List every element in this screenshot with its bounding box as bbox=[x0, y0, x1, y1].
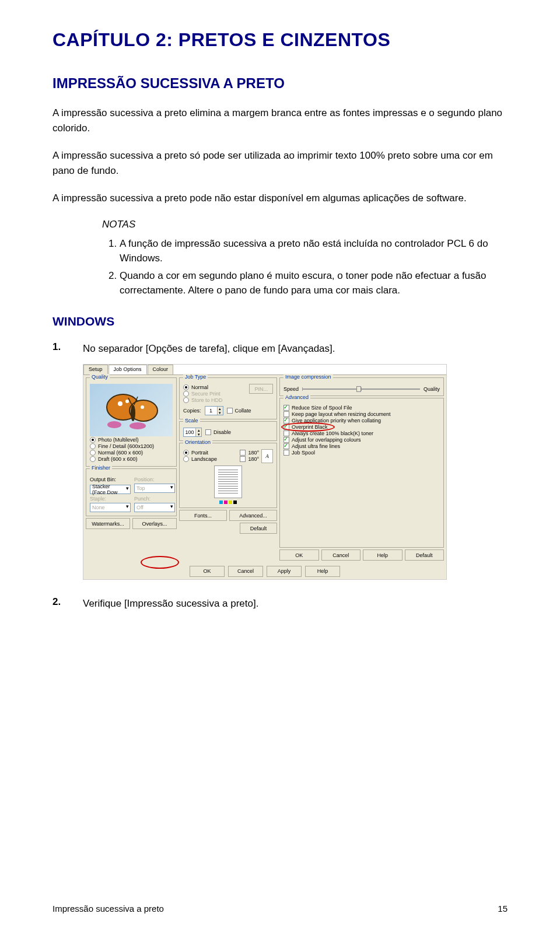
output-bin-select[interactable]: Stacker (Face Dow bbox=[90, 485, 131, 494]
group-finisher-title: Finisher bbox=[90, 465, 112, 471]
radio-jobtype-normal[interactable]: Normal bbox=[183, 384, 246, 390]
chk-overprint-black[interactable]: Overprint Black bbox=[284, 424, 440, 430]
landscape-180-checkbox[interactable]: 180° bbox=[240, 456, 259, 462]
radio-landscape-label: Landscape bbox=[191, 456, 217, 462]
punch-label: Punch: bbox=[134, 496, 175, 502]
chk-ultra-fine[interactable]: Adjust ultra fine lines bbox=[284, 443, 440, 449]
radio-portrait-label: Portrait bbox=[191, 450, 208, 456]
output-bin-label: Output Bin: bbox=[90, 477, 131, 482]
radio-draft[interactable]: Draft (600 x 600) bbox=[90, 456, 173, 462]
advanced-button[interactable]: Advanced... bbox=[229, 510, 277, 521]
staple-select: None bbox=[90, 503, 131, 512]
orientation-a-icon: A bbox=[261, 449, 273, 463]
scale-input[interactable] bbox=[184, 429, 195, 435]
compression-slider[interactable] bbox=[302, 388, 420, 390]
notes-block: NOTAS A função de impressão sucessiva a … bbox=[102, 219, 508, 298]
position-select: Top bbox=[134, 484, 175, 493]
group-scale: Scale ▴▾ Disable bbox=[179, 421, 277, 441]
butterfly-icon bbox=[97, 390, 167, 430]
orientation-colors bbox=[183, 501, 273, 504]
dialog-bottom-buttons: OK Cancel Apply Help bbox=[83, 563, 446, 579]
radio-jobtype-store-label: Store to HDD bbox=[191, 397, 223, 403]
spinner-buttons[interactable]: ▴▾ bbox=[217, 407, 223, 415]
apply-button[interactable]: Apply bbox=[267, 566, 302, 577]
chk-reduce-spool[interactable]: Reduce Size of Spool File bbox=[284, 405, 440, 411]
chk-job-spool[interactable]: Job Spool bbox=[284, 450, 440, 456]
scale-spinner[interactable]: ▴▾ bbox=[183, 428, 202, 437]
paragraph-1: A impressão sucessiva a preto elimina a … bbox=[52, 106, 508, 135]
note-1: A função de impressão sucessiva a preto … bbox=[120, 236, 508, 266]
ok-button[interactable]: OK bbox=[190, 566, 225, 577]
chk-reduce-spool-label: Reduce Size of Spool File bbox=[292, 405, 352, 411]
group-compression-title: Image compression bbox=[284, 374, 333, 380]
collate-checkbox[interactable]: Collate bbox=[227, 408, 251, 414]
chk-keep-layout[interactable]: Keep page layout when resizing document bbox=[284, 411, 440, 417]
radio-portrait[interactable]: Portrait bbox=[183, 450, 237, 456]
copies-spinner[interactable]: ▴▾ bbox=[205, 406, 223, 415]
compression-speed-label: Speed bbox=[284, 386, 299, 392]
radio-draft-label: Draft (600 x 600) bbox=[98, 456, 138, 462]
default-button-inner[interactable]: Default bbox=[240, 523, 277, 534]
chk-ultra-fine-label: Adjust ultra fine lines bbox=[292, 443, 340, 449]
svg-point-7 bbox=[130, 422, 146, 429]
sub-section-title: WINDOWS bbox=[52, 314, 508, 328]
paragraph-2: A impressão sucessiva a preto só pode se… bbox=[52, 148, 508, 178]
group-orientation-title: Orientation bbox=[183, 439, 212, 445]
group-advanced: Advanced Reduce Size of Spool File Keep … bbox=[279, 398, 444, 548]
chk-job-spool-label: Job Spool bbox=[292, 450, 315, 456]
tab-setup[interactable]: Setup bbox=[83, 365, 108, 374]
tab-strip: Setup Job Options Colour bbox=[83, 365, 446, 375]
svg-point-4 bbox=[141, 405, 144, 409]
portrait-180-checkbox[interactable]: 180° bbox=[240, 450, 259, 456]
step-2-text: Verifique [Impressão sucessiva a preto]. bbox=[83, 596, 258, 611]
cancel-button[interactable]: Cancel bbox=[228, 566, 263, 577]
svg-point-2 bbox=[118, 401, 123, 406]
tab-colour[interactable]: Colour bbox=[148, 365, 174, 374]
paragraph-3: A impressão sucessiva a preto pode não e… bbox=[52, 191, 508, 206]
group-finisher: Finisher Output Bin: Stacker (Face Dow P… bbox=[86, 468, 177, 516]
adv-cancel-button[interactable]: Cancel bbox=[321, 550, 361, 561]
step-2: 2. Verifique [Impressão sucessiva a pret… bbox=[52, 596, 508, 611]
group-quality: Quality bbox=[86, 377, 177, 467]
radio-fine[interactable]: Fine / Detail (600x1200) bbox=[90, 443, 173, 449]
copies-input[interactable] bbox=[205, 408, 217, 414]
radio-fine-label: Fine / Detail (600x1200) bbox=[98, 443, 154, 449]
quality-preview-image bbox=[90, 384, 173, 436]
group-advanced-title: Advanced bbox=[284, 394, 310, 400]
footer-page-number: 15 bbox=[498, 904, 508, 914]
radio-landscape[interactable]: Landscape bbox=[183, 456, 237, 462]
group-quality-title: Quality bbox=[90, 374, 110, 380]
adv-default-button[interactable]: Default bbox=[405, 550, 444, 561]
position-label: Position: bbox=[134, 477, 175, 482]
chk-adjust-overlap[interactable]: Adjust for overlapping colours bbox=[284, 437, 440, 443]
step-2-number: 2. bbox=[52, 596, 83, 608]
radio-jobtype-normal-label: Normal bbox=[191, 384, 208, 390]
adv-help-button[interactable]: Help bbox=[363, 550, 402, 561]
scale-disable-checkbox[interactable]: Disable bbox=[205, 429, 231, 435]
step-1-number: 1. bbox=[52, 341, 83, 353]
chk-keep-layout-label: Keep page layout when resizing document bbox=[292, 411, 391, 417]
group-compression: Image compression Speed Quality bbox=[279, 377, 444, 396]
copies-label: Copies: bbox=[183, 408, 201, 414]
group-scale-title: Scale bbox=[183, 418, 200, 424]
radio-jobtype-secure-label: Secure Print bbox=[191, 391, 220, 397]
radio-normal[interactable]: Normal (600 x 600) bbox=[90, 450, 173, 456]
group-job-type: Job Type Normal Secure Print Store to HD… bbox=[179, 377, 277, 419]
landscape-180-label: 180° bbox=[248, 456, 259, 462]
overlays-button[interactable]: Overlays... bbox=[132, 518, 177, 529]
collate-label: Collate bbox=[235, 408, 251, 414]
svg-point-5 bbox=[131, 405, 135, 421]
fonts-button[interactable]: Fonts... bbox=[179, 510, 227, 521]
svg-point-3 bbox=[125, 400, 129, 403]
pin-button: PIN... bbox=[249, 384, 273, 394]
watermarks-button[interactable]: Watermarks... bbox=[86, 518, 130, 529]
radio-photo[interactable]: Photo (Multilevel) bbox=[90, 437, 173, 443]
tab-job-options[interactable]: Job Options bbox=[108, 365, 147, 374]
compression-quality-label: Quality bbox=[424, 386, 440, 392]
adv-ok-button[interactable]: OK bbox=[279, 550, 319, 561]
help-button[interactable]: Help bbox=[305, 566, 340, 577]
notes-label: NOTAS bbox=[102, 219, 508, 230]
staple-label: Staple: bbox=[90, 496, 131, 502]
scale-disable-label: Disable bbox=[214, 429, 231, 435]
scale-spinner-buttons[interactable]: ▴▾ bbox=[195, 428, 201, 436]
